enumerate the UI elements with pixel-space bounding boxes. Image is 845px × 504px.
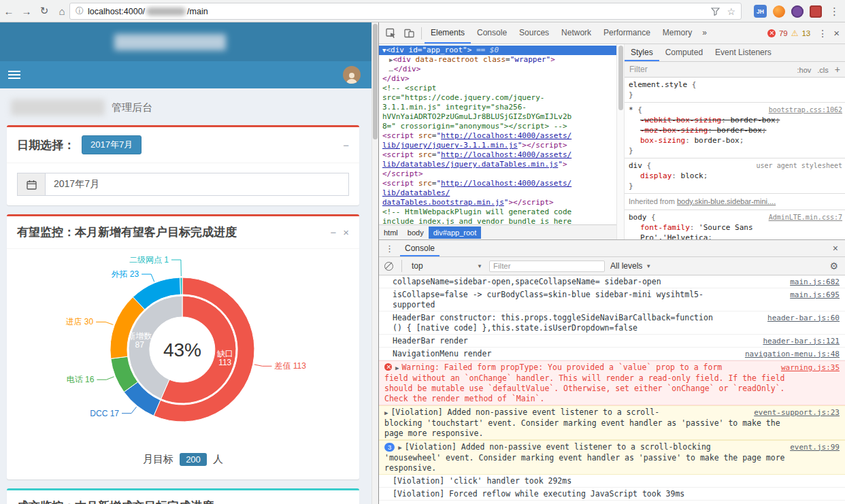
date-input[interactable]	[46, 173, 349, 196]
log-level-selector[interactable]: All levels ▼	[610, 261, 651, 271]
page-info-icon[interactable]: ⓘ	[76, 5, 84, 17]
slice-二级网点[interactable]	[180, 278, 182, 295]
dom-node-line[interactable]: </script>	[379, 169, 616, 179]
devtools-tab-console[interactable]: Console	[471, 22, 513, 44]
console-message[interactable]: main.js:695isCollapse=false -> curBodyCl…	[379, 288, 845, 312]
expand-triangle-icon[interactable]: ▶	[398, 444, 401, 451]
dom-node-line[interactable]: src="https://code.jquery.com/jquery-	[379, 93, 616, 103]
more-tabs-button[interactable]: »	[698, 22, 711, 44]
console-source-link[interactable]: navigation-menu.js:48	[745, 349, 840, 359]
scrollbar-thumb[interactable]	[618, 46, 623, 110]
style-property[interactable]: display: block;	[629, 171, 842, 181]
elements-scrollbar[interactable]	[616, 44, 625, 239]
style-property[interactable]: -moz-box-sizing: border-box;	[629, 125, 842, 135]
dom-node-line[interactable]: 8=" crossorigin="anonymous"></script> --…	[379, 122, 616, 131]
device-toolbar-icon[interactable]	[403, 28, 415, 39]
extension-jh-icon[interactable]: JH	[754, 5, 767, 18]
expand-triangle-icon[interactable]: ▶	[395, 365, 399, 371]
back-button[interactable]: ←	[0, 5, 18, 17]
console-message[interactable]: warning.js:35▶Warning: Failed form propT…	[379, 360, 845, 405]
expand-triangle-icon[interactable]: ▶	[384, 409, 388, 416]
console-source-link[interactable]: main.js:682	[790, 277, 840, 287]
styles-tab-styles[interactable]: Styles	[625, 44, 659, 61]
dom-node-line[interactable]: ▶<div data-reactroot class="wrapper">	[379, 55, 616, 65]
collapse-icon[interactable]: −	[343, 140, 349, 150]
styles-tab-event-listeners[interactable]: Event Listeners	[709, 44, 778, 61]
address-bar[interactable]: ⓘ localhost:4000/ /main ☆	[69, 3, 742, 20]
scrollbar-thumb[interactable]	[373, 24, 378, 139]
page-scrollbar[interactable]	[371, 22, 378, 504]
tab-console[interactable]: Console	[400, 240, 440, 256]
bookmark-star-icon[interactable]: ☆	[727, 6, 735, 17]
page-action-icon[interactable]	[711, 7, 720, 16]
warning-count[interactable]: 13	[801, 29, 810, 37]
style-property[interactable]: font-family: 'Source Sans Pro','Helvetic…	[629, 222, 842, 239]
style-rule[interactable]: AdminLTE.min.css:7body {font-family: 'So…	[625, 210, 845, 239]
extension-purple-icon[interactable]	[791, 5, 803, 18]
style-property[interactable]: box-sizing: border-box;	[629, 135, 842, 146]
console-prompt[interactable]: >	[379, 501, 845, 504]
dom-node-line[interactable]: 3.1.1.min.js" integrity="sha256-	[379, 103, 616, 112]
console-source-link[interactable]: warning.js:35	[781, 363, 840, 373]
devtools-tab-network[interactable]: Network	[555, 22, 597, 44]
console-message[interactable]: main.js:682collapseName=sidebar-open,spa…	[379, 275, 845, 288]
styles-tab-computed[interactable]: Computed	[659, 44, 709, 61]
selected-month-button[interactable]: 2017年7月	[82, 135, 142, 154]
dom-node-line[interactable]: lib/datatables/jquery.dataTables.min.js"…	[379, 160, 616, 169]
style-source-link[interactable]: AdminLTE.min.css:7	[769, 212, 842, 222]
styles-control[interactable]: :hov	[797, 66, 812, 74]
execution-context-selector[interactable]: top ▼	[410, 261, 484, 271]
sidebar-toggle-button[interactable]	[8, 69, 20, 81]
style-rule[interactable]: bootstrap.css:1062* {-webkit-box-sizing:…	[625, 103, 845, 158]
inspect-element-icon[interactable]	[385, 28, 397, 39]
error-icon[interactable]	[767, 29, 776, 37]
console-message[interactable]: header-bar.js:121HeaderBar render	[379, 335, 845, 348]
style-property[interactable]: -webkit-box-sizing: border-box;	[629, 115, 842, 125]
dom-node-line[interactable]: lib/jquery/jquery-3.1.1.min.js"></script…	[379, 141, 616, 150]
drawer-menu-button[interactable]: ⋮	[379, 243, 400, 254]
dom-node-line[interactable]: <script src="http://localhost:4000/asset…	[379, 179, 616, 188]
devtools-tab-elements[interactable]: Elements	[425, 22, 471, 44]
dom-node-line[interactable]: …</div>	[379, 65, 616, 74]
extension-orange-icon[interactable]	[773, 5, 785, 18]
dom-node-line[interactable]: </div>	[379, 74, 616, 84]
console-source-link[interactable]: event-support.js:23	[754, 407, 840, 418]
dom-node-line[interactable]: lib/datatables/	[379, 188, 616, 198]
style-rule[interactable]: user agent stylesheetdiv {display: block…	[625, 158, 845, 194]
clear-console-button[interactable]	[384, 262, 393, 271]
console-message[interactable]: header-bar.js:60HeaderBar constructor: t…	[379, 312, 845, 335]
dom-node-line[interactable]: <script src="http://localhost:4000/asset…	[379, 150, 616, 160]
breadcrumb-item[interactable]: div#app_root	[429, 226, 482, 239]
console-filter-input[interactable]	[489, 261, 605, 272]
browser-menu-button[interactable]: ⋮	[829, 5, 840, 18]
devtools-tab-sources[interactable]: Sources	[513, 22, 555, 44]
dom-node-line[interactable]: dataTables.bootstrap.min.js"></script>	[379, 198, 616, 207]
dom-node-line[interactable]: hVVnYaiADRTO2PzUGmuLJr8BLUSjGIZsDYGmIJLv…	[379, 112, 616, 122]
style-rule[interactable]: element.style {}	[625, 78, 845, 103]
dom-node-line[interactable]: <!-- <script	[379, 84, 616, 93]
collapse-icon[interactable]: −	[330, 227, 336, 237]
error-count[interactable]: 79	[779, 29, 788, 37]
close-icon[interactable]: ×	[343, 227, 349, 237]
console-settings-icon[interactable]: ⚙	[829, 261, 838, 271]
drawer-close-button[interactable]: ×	[833, 243, 838, 254]
console-message[interactable]: navigation-menu.js:48NavigationMenu rend…	[379, 348, 845, 360]
devtools-close-button[interactable]: ×	[833, 27, 840, 39]
breadcrumb-item[interactable]: body	[403, 226, 429, 239]
styles-filter-input[interactable]: Filter	[629, 65, 791, 74]
dom-node-line[interactable]: <script src="http://localhost:4000/asset…	[379, 131, 616, 141]
dom-tree[interactable]: ▼<div id="app_root"> == $0▶<div data-rea…	[379, 44, 616, 224]
styles-control[interactable]: +	[835, 64, 840, 75]
breadcrumb-item[interactable]: html	[379, 226, 403, 239]
dom-node-line[interactable]: ▼<div id="app_root"> == $0	[379, 46, 616, 55]
console-message[interactable]: [Violation] 'click' handler took 292ms	[379, 475, 845, 488]
console-source-link[interactable]: header-bar.js:121	[763, 336, 840, 346]
reload-button[interactable]: ↻	[35, 5, 53, 17]
styles-control[interactable]: .cls	[817, 66, 829, 74]
style-source-link[interactable]: bootstrap.css:1062	[769, 105, 842, 115]
devtools-tab-memory[interactable]: Memory	[657, 22, 698, 44]
inherited-selector-link[interactable]: body.skin-blue.sidebar-mini....	[677, 197, 776, 205]
devtools-tab-performance[interactable]: Performance	[597, 22, 657, 44]
console-source-link[interactable]: event.js:99	[790, 442, 840, 452]
extension-red-icon[interactable]	[810, 5, 822, 18]
